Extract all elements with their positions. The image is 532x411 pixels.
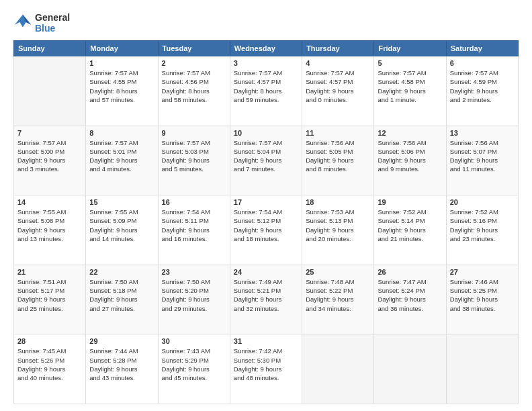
day-info: Sunrise: 7:43 AM Sunset: 5:29 PM Dayligh… <box>162 347 226 382</box>
day-number: 22 <box>89 268 154 276</box>
day-info: Sunrise: 7:56 AM Sunset: 5:07 PM Dayligh… <box>450 138 515 174</box>
day-number: 6 <box>450 59 515 67</box>
calendar-cell: 15Sunrise: 7:55 AM Sunset: 5:09 PM Dayli… <box>86 195 158 265</box>
calendar-cell: 25Sunrise: 7:48 AM Sunset: 5:22 PM Dayli… <box>302 265 374 334</box>
week-row-3: 21Sunrise: 7:51 AM Sunset: 5:17 PM Dayli… <box>14 265 519 334</box>
calendar-cell: 23Sunrise: 7:50 AM Sunset: 5:20 PM Dayli… <box>158 265 230 334</box>
day-number: 31 <box>234 337 298 345</box>
calendar-cell: 24Sunrise: 7:49 AM Sunset: 5:21 PM Dayli… <box>230 265 302 334</box>
calendar-header-row: SundayMondayTuesdayWednesdayThursdayFrid… <box>14 41 519 56</box>
header: General Blue <box>13 12 519 34</box>
calendar-cell: 21Sunrise: 7:51 AM Sunset: 5:17 PM Dayli… <box>14 265 86 334</box>
day-info: Sunrise: 7:45 AM Sunset: 5:26 PM Dayligh… <box>17 347 82 382</box>
calendar-table: SundayMondayTuesdayWednesdayThursdayFrid… <box>13 40 519 404</box>
day-number: 5 <box>378 59 442 67</box>
calendar-cell: 19Sunrise: 7:52 AM Sunset: 5:14 PM Dayli… <box>374 195 446 265</box>
calendar-cell: 3Sunrise: 7:57 AM Sunset: 4:57 PM Daylig… <box>230 56 302 126</box>
day-info: Sunrise: 7:57 AM Sunset: 5:03 PM Dayligh… <box>162 138 226 174</box>
day-info: Sunrise: 7:52 AM Sunset: 5:14 PM Dayligh… <box>378 208 442 243</box>
calendar-cell: 10Sunrise: 7:57 AM Sunset: 5:04 PM Dayli… <box>230 126 302 195</box>
calendar-cell: 16Sunrise: 7:54 AM Sunset: 5:11 PM Dayli… <box>158 195 230 265</box>
day-info: Sunrise: 7:57 AM Sunset: 4:56 PM Dayligh… <box>162 68 226 104</box>
day-number: 27 <box>450 268 515 276</box>
week-row-2: 14Sunrise: 7:55 AM Sunset: 5:08 PM Dayli… <box>14 195 519 265</box>
day-number: 1 <box>89 59 154 67</box>
calendar-cell: 22Sunrise: 7:50 AM Sunset: 5:18 PM Dayli… <box>86 265 158 334</box>
header-wednesday: Wednesday <box>230 41 302 56</box>
day-number: 29 <box>89 337 154 345</box>
day-number: 8 <box>89 129 154 137</box>
day-number: 26 <box>378 268 442 276</box>
day-number: 16 <box>162 198 226 206</box>
day-number: 3 <box>234 59 298 67</box>
day-number: 4 <box>306 59 370 67</box>
day-info: Sunrise: 7:55 AM Sunset: 5:08 PM Dayligh… <box>17 208 82 243</box>
logo-icon <box>13 13 32 32</box>
header-thursday: Thursday <box>302 41 374 56</box>
day-info: Sunrise: 7:57 AM Sunset: 4:57 PM Dayligh… <box>234 68 298 104</box>
calendar-cell: 13Sunrise: 7:56 AM Sunset: 5:07 PM Dayli… <box>446 126 518 195</box>
day-info: Sunrise: 7:52 AM Sunset: 5:16 PM Dayligh… <box>450 208 515 243</box>
day-info: Sunrise: 7:54 AM Sunset: 5:11 PM Dayligh… <box>162 208 226 243</box>
day-number: 11 <box>306 129 370 137</box>
calendar-cell: 29Sunrise: 7:44 AM Sunset: 5:28 PM Dayli… <box>86 334 158 404</box>
day-info: Sunrise: 7:54 AM Sunset: 5:12 PM Dayligh… <box>234 208 298 243</box>
calendar-cell: 4Sunrise: 7:57 AM Sunset: 4:57 PM Daylig… <box>302 56 374 126</box>
day-number: 18 <box>306 198 370 206</box>
day-info: Sunrise: 7:51 AM Sunset: 5:17 PM Dayligh… <box>17 277 82 313</box>
calendar-cell: 28Sunrise: 7:45 AM Sunset: 5:26 PM Dayli… <box>14 334 86 404</box>
day-info: Sunrise: 7:57 AM Sunset: 4:59 PM Dayligh… <box>450 68 515 104</box>
day-info: Sunrise: 7:44 AM Sunset: 5:28 PM Dayligh… <box>89 347 154 382</box>
day-info: Sunrise: 7:46 AM Sunset: 5:25 PM Dayligh… <box>450 277 515 313</box>
week-row-0: 1Sunrise: 7:57 AM Sunset: 4:55 PM Daylig… <box>14 56 519 126</box>
day-number: 12 <box>378 129 442 137</box>
day-number: 30 <box>162 337 226 345</box>
day-number: 20 <box>450 198 515 206</box>
day-info: Sunrise: 7:57 AM Sunset: 5:01 PM Dayligh… <box>89 138 154 174</box>
week-row-1: 7Sunrise: 7:57 AM Sunset: 5:00 PM Daylig… <box>14 126 519 195</box>
calendar-cell: 14Sunrise: 7:55 AM Sunset: 5:08 PM Dayli… <box>14 195 86 265</box>
header-friday: Friday <box>374 41 446 56</box>
day-info: Sunrise: 7:48 AM Sunset: 5:22 PM Dayligh… <box>306 277 370 313</box>
calendar-cell: 2Sunrise: 7:57 AM Sunset: 4:56 PM Daylig… <box>158 56 230 126</box>
day-number: 9 <box>162 129 226 137</box>
logo-text: General Blue <box>35 12 70 34</box>
day-number: 7 <box>17 129 82 137</box>
day-number: 10 <box>234 129 298 137</box>
day-info: Sunrise: 7:57 AM Sunset: 5:00 PM Dayligh… <box>17 138 82 174</box>
calendar-cell: 11Sunrise: 7:56 AM Sunset: 5:05 PM Dayli… <box>302 126 374 195</box>
calendar-cell: 1Sunrise: 7:57 AM Sunset: 4:55 PM Daylig… <box>86 56 158 126</box>
calendar-cell: 31Sunrise: 7:42 AM Sunset: 5:30 PM Dayli… <box>230 334 302 404</box>
calendar-cell: 17Sunrise: 7:54 AM Sunset: 5:12 PM Dayli… <box>230 195 302 265</box>
calendar-cell <box>302 334 374 404</box>
calendar-cell: 27Sunrise: 7:46 AM Sunset: 5:25 PM Dayli… <box>446 265 518 334</box>
day-number: 17 <box>234 198 298 206</box>
calendar-cell: 9Sunrise: 7:57 AM Sunset: 5:03 PM Daylig… <box>158 126 230 195</box>
day-info: Sunrise: 7:47 AM Sunset: 5:24 PM Dayligh… <box>378 277 442 313</box>
day-number: 24 <box>234 268 298 276</box>
day-info: Sunrise: 7:57 AM Sunset: 4:57 PM Dayligh… <box>306 68 370 104</box>
day-info: Sunrise: 7:56 AM Sunset: 5:06 PM Dayligh… <box>378 138 442 174</box>
calendar-cell: 20Sunrise: 7:52 AM Sunset: 5:16 PM Dayli… <box>446 195 518 265</box>
calendar-cell: 18Sunrise: 7:53 AM Sunset: 5:13 PM Dayli… <box>302 195 374 265</box>
day-info: Sunrise: 7:50 AM Sunset: 5:20 PM Dayligh… <box>162 277 226 313</box>
page: General Blue SundayMondayTuesdayWednesda… <box>0 0 532 411</box>
day-info: Sunrise: 7:57 AM Sunset: 5:04 PM Dayligh… <box>234 138 298 174</box>
day-number: 2 <box>162 59 226 67</box>
day-number: 14 <box>17 198 82 206</box>
day-info: Sunrise: 7:55 AM Sunset: 5:09 PM Dayligh… <box>89 208 154 243</box>
day-info: Sunrise: 7:57 AM Sunset: 4:58 PM Dayligh… <box>378 68 442 104</box>
day-info: Sunrise: 7:49 AM Sunset: 5:21 PM Dayligh… <box>234 277 298 313</box>
day-info: Sunrise: 7:50 AM Sunset: 5:18 PM Dayligh… <box>89 277 154 313</box>
header-tuesday: Tuesday <box>158 41 230 56</box>
day-number: 15 <box>89 198 154 206</box>
day-number: 21 <box>17 268 82 276</box>
calendar-cell <box>374 334 446 404</box>
calendar-cell: 6Sunrise: 7:57 AM Sunset: 4:59 PM Daylig… <box>446 56 518 126</box>
day-info: Sunrise: 7:53 AM Sunset: 5:13 PM Dayligh… <box>306 208 370 243</box>
day-number: 19 <box>378 198 442 206</box>
calendar-cell: 26Sunrise: 7:47 AM Sunset: 5:24 PM Dayli… <box>374 265 446 334</box>
day-number: 25 <box>306 268 370 276</box>
calendar-cell: 5Sunrise: 7:57 AM Sunset: 4:58 PM Daylig… <box>374 56 446 126</box>
calendar-cell: 8Sunrise: 7:57 AM Sunset: 5:01 PM Daylig… <box>86 126 158 195</box>
